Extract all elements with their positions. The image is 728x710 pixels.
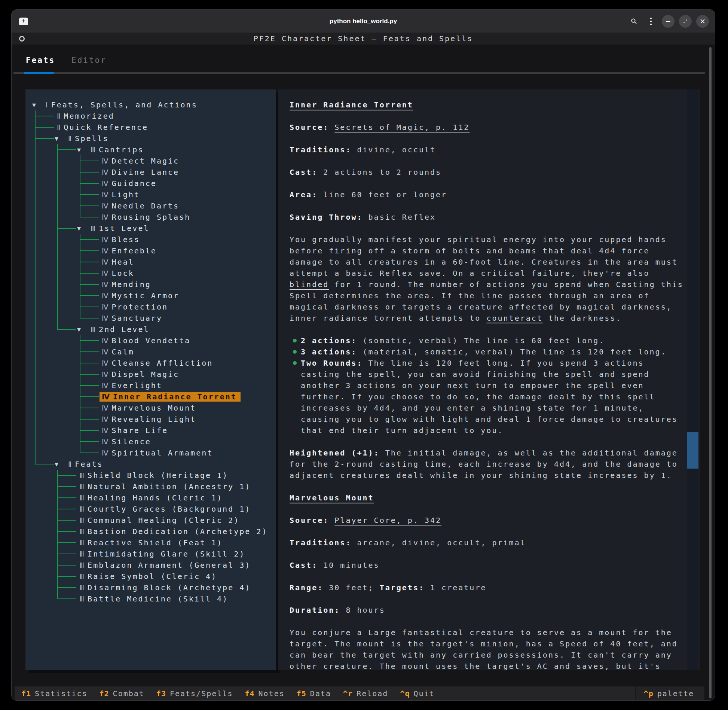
tree-row[interactable]: ⅡQuick Reference bbox=[25, 122, 276, 133]
tree-row[interactable]: ▼ⅢCantrips bbox=[25, 144, 276, 155]
expand-arrow-icon[interactable]: ▼ bbox=[55, 136, 66, 141]
tree-row-content: ⅣLock bbox=[100, 268, 135, 278]
footer-binding-reload[interactable]: ^rReload bbox=[343, 689, 388, 698]
tree-row[interactable]: ⅢBastion Dedication (Archetype 2) bbox=[25, 526, 276, 537]
maximize-button[interactable] bbox=[679, 15, 692, 28]
tree-row-content: ⅠFeats, Spells, and Actions bbox=[43, 100, 198, 110]
tree-row[interactable]: ⅣGuidance bbox=[25, 178, 276, 189]
tree-row-content: Ⅲ1st Level bbox=[88, 223, 150, 233]
tree-row[interactable]: ⅣRousing Splash bbox=[25, 211, 276, 223]
tree-row-content: ⅣRousing Splash bbox=[100, 212, 191, 222]
tree-row-label: Cleanse Affliction bbox=[112, 359, 213, 368]
tree-guide-line bbox=[77, 256, 100, 268]
markdown-link[interactable]: Player Core, p. 342 bbox=[334, 516, 441, 525]
tree-row[interactable]: ⅣShare Life bbox=[25, 425, 276, 436]
tree-row[interactable]: ⅣLight bbox=[25, 189, 276, 200]
tree-row[interactable]: ▼Ⅲ2nd Level bbox=[25, 324, 276, 335]
tree-row[interactable]: ⅣCalm bbox=[25, 346, 276, 357]
menu-button[interactable] bbox=[645, 15, 657, 28]
tree-guide-blank bbox=[32, 503, 55, 515]
tree-row-label: Revealing Light bbox=[112, 415, 196, 424]
tree-row[interactable]: ⅢIntimidating Glare (Skill 2) bbox=[25, 548, 276, 560]
tab-feats[interactable]: Feats bbox=[26, 56, 55, 65]
expand-arrow-icon[interactable]: ▼ bbox=[55, 461, 66, 467]
tree-row[interactable]: ⅣMystic Armor bbox=[25, 290, 276, 301]
footer-binding-statistics[interactable]: f1Statistics bbox=[21, 689, 88, 698]
tree-guide-line bbox=[77, 380, 100, 391]
tree-row[interactable]: ⅣBless bbox=[25, 234, 276, 245]
tree-row[interactable]: ⅣEnfeeble bbox=[25, 245, 276, 256]
tree-row[interactable]: ⅢCommunal Healing (Cleric 2) bbox=[25, 515, 276, 526]
tree-row[interactable]: ⅢEmblazon Armament (General 3) bbox=[25, 560, 276, 571]
footer-binding-notes[interactable]: f4Notes bbox=[245, 689, 284, 698]
tree-row[interactable]: ⅣMending bbox=[25, 279, 276, 290]
tree-row[interactable]: ⅡMemorized bbox=[25, 110, 276, 122]
markdown-link[interactable]: Secrets of Magic, p. 112 bbox=[334, 123, 469, 132]
tree-row[interactable]: ⅢDisarming Block (Archetype 4) bbox=[25, 582, 276, 593]
detail-scrollbar-thumb[interactable] bbox=[687, 432, 698, 469]
expand-arrow-icon[interactable]: ▼ bbox=[32, 102, 43, 108]
tree-row[interactable]: ⅣNeedle Darts bbox=[25, 200, 276, 211]
close-button[interactable]: × bbox=[696, 15, 709, 28]
tree-guide-line bbox=[32, 268, 55, 279]
tree-row[interactable]: ⅣDivine Lance bbox=[25, 167, 276, 178]
tree-row[interactable]: ⅣHeal bbox=[25, 256, 276, 268]
terminal-scrollbar[interactable] bbox=[709, 47, 712, 698]
tree-guide-line bbox=[55, 223, 77, 234]
tab-editor[interactable]: Editor bbox=[71, 56, 107, 65]
search-button[interactable] bbox=[627, 15, 640, 28]
expand-arrow-icon[interactable]: ▼ bbox=[77, 226, 88, 231]
tree-row[interactable]: ⅢNatural Ambition (Ancestry 1) bbox=[25, 481, 276, 492]
footer-binding-data[interactable]: f5Data bbox=[297, 689, 331, 698]
tree-row[interactable]: ⅢCourtly Graces (Background 1) bbox=[25, 503, 276, 515]
markdown-link[interactable]: blinded bbox=[290, 280, 329, 289]
footer-binding-combat[interactable]: f2Combat bbox=[100, 689, 144, 698]
tree-row[interactable]: ▼ⅡSpells bbox=[25, 133, 276, 144]
detail-scrollbar[interactable] bbox=[687, 89, 698, 670]
footer-key: f4 bbox=[245, 689, 254, 698]
tree-row[interactable]: ▼ⅠFeats, Spells, and Actions bbox=[25, 99, 276, 110]
tree-row[interactable]: ⅣProtection bbox=[25, 301, 276, 313]
tree-row[interactable]: ⅣEverlight bbox=[25, 380, 276, 391]
tree-row[interactable]: ⅢHealing Hands (Cleric 1) bbox=[25, 492, 276, 503]
tree-row[interactable]: ▼ⅡFeats bbox=[25, 458, 276, 470]
tree-row[interactable]: ⅣSilence bbox=[25, 436, 276, 447]
footer-binding-quit[interactable]: ^qQuit bbox=[400, 689, 434, 698]
tree-guide-line bbox=[77, 447, 100, 458]
expand-arrow-icon[interactable]: ▼ bbox=[77, 147, 88, 153]
tree-row[interactable]: ⅣRevealing Light bbox=[25, 414, 276, 425]
minimize-button[interactable] bbox=[662, 15, 675, 28]
markdown-text: (somatic, verbal) The line is 60 feet lo… bbox=[357, 336, 605, 345]
tree-row[interactable]: ⅢReactive Shield (Feat 1) bbox=[25, 537, 276, 548]
tree-guide-line bbox=[77, 391, 100, 402]
tree-row[interactable]: ⅢBattle Medicine (Skill 4) bbox=[25, 593, 276, 604]
titlebar[interactable]: + python hello_world.py bbox=[12, 10, 715, 33]
tree-guide-line bbox=[77, 414, 100, 425]
tree-row[interactable]: ⅣInner Radiance Torrent bbox=[25, 391, 276, 402]
tree-row[interactable]: ⅣCleanse Affliction bbox=[25, 357, 276, 369]
search-icon bbox=[631, 18, 637, 24]
footer-label: Combat bbox=[113, 689, 144, 698]
tree-row-content: ⅣSanctuary bbox=[100, 313, 163, 323]
tree-row[interactable]: ⅣDetect Magic bbox=[25, 155, 276, 167]
tree-row[interactable]: ⅣBlood Vendetta bbox=[25, 335, 276, 346]
expand-arrow-icon[interactable]: ▼ bbox=[77, 327, 88, 332]
tree-row[interactable]: ⅣLock bbox=[25, 268, 276, 279]
tree-row-content: ⅣMystic Armor bbox=[100, 291, 180, 301]
footer-palette-binding[interactable]: ^p palette bbox=[635, 686, 704, 701]
tree-level-numeral: Ⅳ bbox=[102, 336, 108, 345]
footer-key: f1 bbox=[21, 689, 31, 698]
tree-row[interactable]: ⅣSanctuary bbox=[25, 313, 276, 324]
tree-row-content: ⅢShield Block (Heritage 1) bbox=[77, 470, 229, 480]
tree-row[interactable]: ⅢShield Block (Heritage 1) bbox=[25, 470, 276, 481]
tree-guide-line bbox=[32, 380, 55, 391]
tree-row[interactable]: ▼Ⅲ1st Level bbox=[25, 223, 276, 234]
tree-row[interactable]: ⅣDispel Magic bbox=[25, 369, 276, 380]
tree-row[interactable]: ⅣSpiritual Armament bbox=[25, 447, 276, 458]
footer-binding-feats-spells[interactable]: f3Feats/Spells bbox=[156, 689, 233, 698]
markdown-link[interactable]: counteract bbox=[486, 314, 542, 323]
tree-row-content: ⅣBless bbox=[100, 235, 141, 244]
tree-row[interactable]: ⅢRaise Symbol (Cleric 4) bbox=[25, 571, 276, 582]
tree-row[interactable]: ⅣMarvelous Mount bbox=[25, 402, 276, 414]
markdown-bold-text: Traditions: bbox=[290, 538, 357, 547]
